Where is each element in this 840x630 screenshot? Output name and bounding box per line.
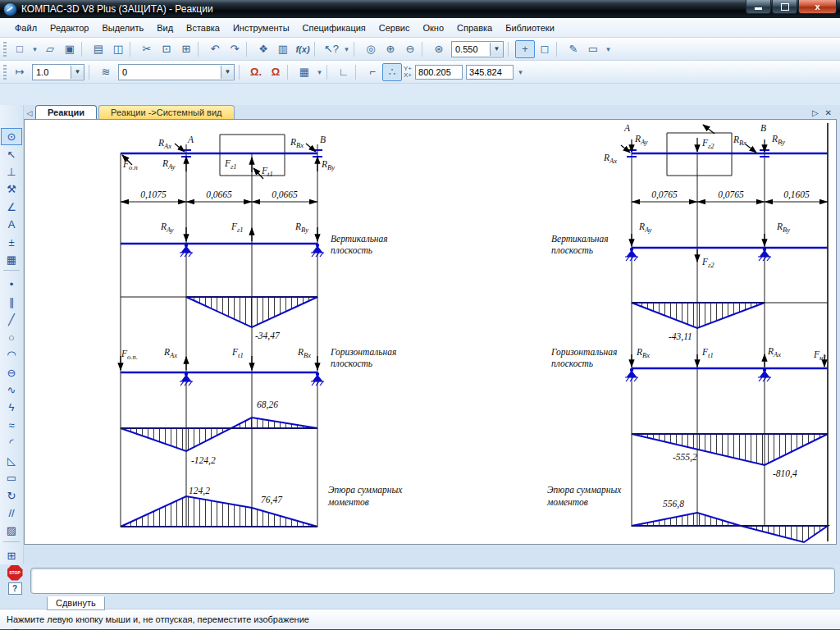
- separator[interactable]: [355, 65, 361, 80]
- toolbar-grip[interactable]: [3, 42, 7, 57]
- tool-equidistant[interactable]: ϟ: [1, 399, 22, 416]
- menu-item[interactable]: Библиотеки: [499, 21, 561, 35]
- tool-ellipse[interactable]: ⊖: [1, 363, 22, 381]
- zoom-in-button[interactable]: ⊕: [381, 40, 400, 58]
- separator[interactable]: [130, 42, 135, 57]
- tool-rectangle[interactable]: ▭: [1, 469, 22, 486]
- tool-parallel-line[interactable]: ∥: [1, 294, 22, 311]
- stop-button[interactable]: STOP: [7, 565, 23, 581]
- open-document-button[interactable]: ▱: [40, 40, 60, 58]
- ortho-drawing-button[interactable]: ⌐: [363, 63, 382, 81]
- document-manager-button[interactable]: ▥: [273, 40, 293, 58]
- separator[interactable]: [198, 42, 203, 57]
- separator[interactable]: [246, 42, 252, 57]
- panel-divider[interactable]: [3, 270, 20, 274]
- panel-measure[interactable]: A: [1, 216, 22, 233]
- new-document-dropdown[interactable]: ▾: [30, 40, 40, 58]
- panel-geometry[interactable]: ⊙: [1, 128, 22, 145]
- layers-button[interactable]: ≋: [96, 63, 116, 81]
- menu-item[interactable]: Сервис: [372, 21, 417, 35]
- menu-item[interactable]: Справка: [450, 21, 499, 35]
- tool-segment[interactable]: ╱: [1, 311, 22, 328]
- tool-point[interactable]: •: [1, 276, 22, 293]
- menu-item[interactable]: Файл: [8, 21, 43, 35]
- zoom-scale-button[interactable]: ⊛: [429, 40, 449, 58]
- tool-insert-view[interactable]: ⊞: [1, 546, 22, 564]
- fit-view-button[interactable]: ◻: [535, 40, 555, 58]
- coordinate-x-field[interactable]: 345.824: [466, 65, 514, 80]
- window-manager-button[interactable]: ❖: [253, 40, 273, 58]
- snap-toggle-button[interactable]: Ω: [266, 63, 285, 81]
- print-preview-button[interactable]: ◫: [108, 40, 128, 58]
- toolbar-overflow-dropdown[interactable]: ▾: [341, 40, 352, 58]
- pan-button[interactable]: +: [515, 40, 535, 58]
- chevron-down-icon[interactable]: ▼: [71, 66, 84, 79]
- menu-item[interactable]: Вид: [150, 21, 180, 35]
- tool-curve[interactable]: ∿: [1, 381, 22, 399]
- property-tab-shift[interactable]: Сдвинуть: [47, 596, 105, 610]
- toolbar-overflow-dropdown[interactable]: ▾: [515, 63, 526, 81]
- tool-hatch[interactable]: ▨: [1, 522, 22, 539]
- print-button[interactable]: ▤: [89, 40, 108, 58]
- menu-item[interactable]: Выделить: [95, 21, 150, 35]
- copy-button[interactable]: ⊡: [157, 40, 176, 58]
- separator[interactable]: [314, 42, 320, 57]
- menu-item[interactable]: Спецификация: [296, 21, 372, 35]
- save-button[interactable]: ▣: [60, 40, 80, 58]
- separator[interactable]: [556, 42, 562, 57]
- properties-panel-button[interactable]: ▭: [583, 40, 603, 58]
- coordinate-y-field[interactable]: 800.205: [415, 65, 463, 80]
- chevron-down-icon[interactable]: ▼: [490, 43, 503, 56]
- grid-dropdown[interactable]: ▾: [314, 63, 325, 81]
- grid-button[interactable]: ▦: [294, 63, 314, 81]
- panel-dimensions[interactable]: ↖: [1, 145, 22, 162]
- tool-bezier[interactable]: ≈: [1, 417, 22, 434]
- variables-button[interactable]: f(x): [293, 40, 313, 58]
- help-bubble-icon[interactable]: ?: [8, 582, 22, 595]
- zoom-select-button[interactable]: ◎: [361, 40, 381, 58]
- menu-item[interactable]: Редактор: [43, 21, 95, 35]
- menu-item[interactable]: Вставка: [180, 21, 226, 35]
- zoom-scale-combo[interactable]: 0.550 ▼: [451, 41, 504, 57]
- redraw-button[interactable]: ✎: [564, 40, 583, 58]
- paste-button[interactable]: ⊞: [176, 40, 196, 58]
- separator[interactable]: [287, 65, 293, 80]
- separator[interactable]: [508, 42, 514, 57]
- zoom-out-button[interactable]: ⊖: [400, 40, 420, 58]
- property-message-area[interactable]: [30, 568, 835, 594]
- redo-button[interactable]: ↷: [225, 40, 244, 58]
- layer-combo[interactable]: 0 ▼: [118, 64, 235, 80]
- panel-divider[interactable]: [3, 541, 20, 546]
- panel-parametrization[interactable]: ∠: [1, 199, 22, 216]
- panel-annotation[interactable]: ⊥: [1, 163, 22, 180]
- toolbar-overflow-dropdown[interactable]: ▾: [603, 40, 614, 58]
- tool-circle[interactable]: ○: [1, 329, 22, 346]
- snap-settings-button[interactable]: Ω.: [246, 63, 266, 81]
- menu-item[interactable]: Инструменты: [226, 21, 296, 35]
- tool-fillet[interactable]: ◜: [1, 434, 22, 451]
- tab-scroll-right-icon[interactable]: ▷: [812, 108, 819, 117]
- tab-reactions[interactable]: Реакции: [35, 105, 97, 119]
- title-bar[interactable]: КОМПАС-3D V8 Plus (ЗАЩИТА) - Реакции x: [0, 0, 840, 18]
- minimize-button[interactable]: [746, 0, 771, 14]
- tool-chamfer[interactable]: ◺: [1, 451, 22, 468]
- panel-editing[interactable]: ⚒: [1, 180, 22, 198]
- new-document-button[interactable]: □: [10, 40, 30, 58]
- panel-selection[interactable]: ±: [1, 234, 22, 251]
- current-step-button[interactable]: ↦: [10, 63, 30, 81]
- separator[interactable]: [422, 42, 427, 57]
- cut-button[interactable]: ✂: [137, 40, 157, 58]
- separator[interactable]: [89, 65, 94, 80]
- tab-close-icon[interactable]: ✕: [825, 108, 832, 117]
- tool-arc[interactable]: ◠: [1, 346, 22, 363]
- rounding-button[interactable]: ∴: [382, 63, 402, 81]
- separator[interactable]: [326, 65, 332, 80]
- tool-hatch-lines[interactable]: //: [1, 504, 22, 522]
- tab-reactions-system-view[interactable]: Реакции ->Системный вид: [98, 105, 234, 119]
- restore-button[interactable]: [772, 0, 797, 14]
- step-combo[interactable]: 1.0 ▼: [32, 64, 84, 80]
- tool-copy-rotate[interactable]: ↻: [1, 486, 22, 504]
- drawing-canvas[interactable]: Fо.пRAxARAyFг1Ft1RBxBRBy0,10750,06650,06…: [24, 119, 837, 545]
- chevron-down-icon[interactable]: ▼: [221, 66, 234, 79]
- context-help-button[interactable]: ↖?: [322, 40, 341, 58]
